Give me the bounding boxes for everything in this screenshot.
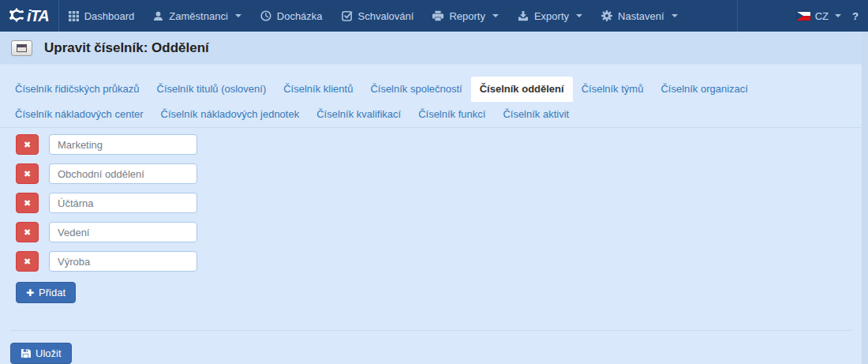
- nav-item-exporty[interactable]: Exporty: [508, 0, 592, 32]
- save-icon: [21, 348, 31, 358]
- nav-item-zamestnanci[interactable]: Zaměstnanci: [144, 0, 250, 32]
- navbar-right-group: CZ ?: [788, 0, 868, 32]
- list-item: ✖: [16, 222, 862, 242]
- x-icon: ✖: [24, 140, 31, 150]
- delete-row-button[interactable]: ✖: [16, 193, 39, 213]
- help-button[interactable]: ?: [852, 10, 859, 22]
- language-code: CZ: [815, 10, 829, 22]
- tab-ciselnik-tymu[interactable]: Číselník týmů: [573, 77, 653, 102]
- chevron-down-icon: [492, 14, 499, 17]
- nav-item-dochazka[interactable]: Docházka: [251, 0, 332, 32]
- add-row-button[interactable]: ✚ Přidat: [16, 282, 76, 303]
- tab-ciselnik-oddeleni[interactable]: Číselník oddělení: [471, 77, 573, 102]
- chevron-down-icon: [672, 14, 678, 17]
- delete-row-button[interactable]: ✖: [16, 251, 39, 272]
- page-header: Upravit číselník: Oddělení: [0, 32, 862, 65]
- department-name-input[interactable]: [49, 134, 197, 155]
- chevron-down-icon: [235, 14, 241, 17]
- nav-item-label: Dashboard: [84, 10, 135, 22]
- logo-text: iTA: [27, 7, 49, 25]
- nav-item-nastaveni[interactable]: Nastavení: [592, 0, 687, 32]
- tab-ciselnik-kvalifikaci[interactable]: Číselník kvalifikací: [308, 102, 410, 127]
- nav-item-label: Exporty: [534, 10, 569, 22]
- top-navbar: iTA Dashboard Zaměstnanci: [0, 0, 868, 32]
- language-selector[interactable]: CZ: [797, 10, 841, 22]
- list-item: ✖: [16, 251, 862, 272]
- footer-divider: [10, 330, 851, 331]
- nav-item-schvalovani[interactable]: Schvalování: [332, 0, 424, 32]
- page-title: Upravit číselník: Oddělení: [44, 40, 209, 56]
- save-button-label: Uložit: [36, 347, 62, 359]
- nav-item-label: Docházka: [277, 10, 323, 22]
- gear-icon: [601, 10, 612, 21]
- plus-icon: ✚: [26, 287, 34, 298]
- nav-item-dashboard[interactable]: Dashboard: [59, 0, 144, 32]
- window-icon: [11, 40, 32, 56]
- codebook-tabs: Číselník řidičských průkazů Číselník tit…: [0, 77, 862, 128]
- chevron-down-icon: [835, 14, 841, 17]
- department-list: ✖ ✖ ✖ ✖ ✖: [0, 128, 862, 272]
- tab-ciselnik-nakladovych-jednotek[interactable]: Číselník nákladových jednotek: [152, 102, 309, 127]
- nav-item-label: Zaměstnanci: [169, 10, 227, 22]
- gear-logo-icon: [8, 6, 25, 26]
- x-icon: ✖: [24, 227, 31, 238]
- tab-ciselnik-klientu[interactable]: Číselník klientů: [275, 77, 361, 102]
- main-menu: Dashboard Zaměstnanci Docházka: [59, 0, 687, 32]
- printer-icon: [432, 10, 443, 21]
- navbar-spacer: [738, 0, 788, 32]
- add-button-label: Přidat: [39, 287, 65, 298]
- department-name-input[interactable]: [49, 163, 197, 184]
- tab-ciselnik-organizaci[interactable]: Číselník organizací: [652, 77, 757, 102]
- chevron-down-icon: [576, 14, 582, 17]
- tab-ciselnik-aktivit[interactable]: Číselník aktivit: [494, 102, 578, 127]
- list-item: ✖: [16, 163, 862, 184]
- save-button[interactable]: Uložit: [10, 343, 72, 364]
- tab-ciselnik-titulu[interactable]: Číselník titulů (oslovení): [148, 77, 275, 102]
- tab-ciselnik-nakladovych-center[interactable]: Číselník nákladových center: [6, 102, 152, 127]
- navbar-spacer: [687, 0, 737, 32]
- grid-icon: [69, 11, 79, 21]
- delete-row-button[interactable]: ✖: [16, 163, 39, 184]
- check-square-icon: [342, 10, 353, 21]
- list-item: ✖: [16, 193, 862, 213]
- czech-flag-icon: [797, 12, 810, 21]
- x-icon: ✖: [24, 257, 31, 267]
- department-name-input[interactable]: [49, 222, 197, 242]
- department-name-input[interactable]: [49, 193, 197, 213]
- tab-ciselnik-spolecnosti[interactable]: Číselník společností: [361, 77, 470, 102]
- delete-row-button[interactable]: ✖: [16, 134, 39, 155]
- tab-ciselnik-ridicskych-prukazu[interactable]: Číselník řidičských průkazů: [6, 77, 148, 102]
- nav-item-reporty[interactable]: Reporty: [423, 0, 508, 32]
- clock-icon: [260, 10, 271, 21]
- x-icon: ✖: [24, 198, 31, 208]
- user-icon: [153, 11, 163, 21]
- delete-row-button[interactable]: ✖: [16, 222, 39, 242]
- department-name-input[interactable]: [49, 251, 197, 272]
- tab-ciselnik-funkci[interactable]: Číselník funkcí: [410, 102, 494, 127]
- download-icon: [518, 10, 529, 21]
- nav-item-label: Reporty: [449, 10, 485, 22]
- nav-item-label: Schvalování: [358, 10, 414, 22]
- x-icon: ✖: [24, 169, 31, 179]
- page-container: Upravit číselník: Oddělení Číselník řidi…: [0, 32, 862, 364]
- list-item: ✖: [16, 134, 862, 155]
- app-logo[interactable]: iTA: [0, 0, 59, 32]
- nav-item-label: Nastavení: [618, 10, 664, 22]
